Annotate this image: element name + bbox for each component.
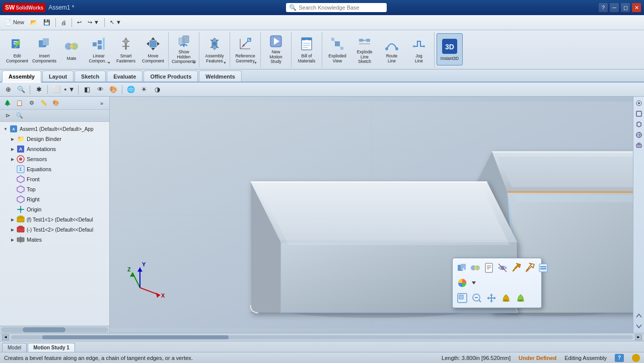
display-manager-button[interactable]: 🎨	[50, 98, 61, 108]
tab-layout[interactable]: Layout	[42, 70, 74, 82]
undo-button[interactable]: ↩	[75, 17, 84, 28]
tree-item-sensors[interactable]: ▶ Sensors	[0, 154, 109, 164]
tree-item-mates[interactable]: ▶ Mates	[0, 235, 109, 245]
assembly-features-button[interactable]: AssemblyFeatures ▼	[201, 33, 228, 65]
mate-button[interactable]: Mate	[58, 33, 85, 65]
zoom-in-button[interactable]: 🔍	[15, 84, 27, 95]
tab-office-products[interactable]: Office Products	[144, 70, 198, 82]
tree-item-origin[interactable]: Origin	[0, 204, 109, 214]
ctx-zoom-component[interactable]	[456, 292, 469, 305]
sidebar-top-btn-5[interactable]	[634, 141, 643, 150]
tab-sketch[interactable]: Sketch	[75, 70, 106, 82]
scrollbar-thumb[interactable]	[23, 327, 65, 332]
sidebar-bottom-btn-2[interactable]	[634, 322, 643, 331]
tree-item-right[interactable]: Right	[0, 194, 109, 204]
3d-viewport[interactable]: Z Y X +	[110, 97, 633, 333]
bottom-tab-motion-study-1[interactable]: Motion Study 1	[28, 343, 75, 352]
ctx-mate[interactable]	[469, 261, 481, 274]
new-motion-study-button[interactable]: NewMotion Study	[263, 33, 289, 65]
help-context-button[interactable]: ?	[615, 354, 624, 362]
jog-line-button[interactable]: JogLine	[406, 33, 432, 65]
sw-logo-button[interactable]: SW SolidWorks	[3, 3, 45, 12]
exploded-view-button[interactable]: ExplodedView	[324, 33, 350, 65]
sidebar-top-btn-1[interactable]	[634, 99, 643, 108]
reference-geometry-button[interactable]: ReferenceGeometry ▼	[232, 33, 258, 65]
save-button[interactable]: 💾	[41, 17, 53, 28]
ctx-hide[interactable]	[496, 261, 509, 274]
route-line-button[interactable]: RouteLine	[379, 33, 405, 65]
scroll-right-button[interactable]: ►	[635, 334, 642, 340]
tree-root[interactable]: ▼ A Assem1 (Default<<Default>_App	[0, 124, 109, 134]
print-button[interactable]: 🖨	[58, 17, 69, 28]
panel-scrollbar[interactable]	[0, 326, 109, 333]
ctx-appearance1[interactable]	[499, 292, 513, 305]
help-button[interactable]: ?	[599, 3, 608, 12]
sidebar-top-btn-4[interactable]	[634, 130, 643, 139]
collapse-panel-button[interactable]: »	[96, 98, 107, 108]
ctx-properties[interactable]	[483, 261, 495, 274]
tree-item-front[interactable]: Front	[0, 174, 109, 184]
edit-component-button[interactable]: EditComponent	[4, 33, 30, 65]
appearance-button[interactable]: 🎨	[107, 84, 119, 95]
insert-components-button[interactable]: InsertComponents	[31, 33, 57, 65]
property-manager-button[interactable]: 📋	[14, 98, 25, 108]
ctx-more[interactable]	[537, 261, 549, 274]
open-button[interactable]: 📂	[28, 17, 40, 28]
new-button[interactable]: 📄 New	[2, 17, 27, 28]
ctx-move[interactable]	[485, 292, 498, 305]
view-orientation-button[interactable]: ⬜	[50, 84, 62, 95]
instant3d-button[interactable]: 3D Instant3D	[437, 33, 463, 65]
ctx-appearance2[interactable]	[514, 292, 527, 305]
tree-item-annotations[interactable]: ▶ A Annotations	[0, 144, 109, 154]
display-style-button[interactable]: ▪ ▼	[63, 84, 76, 95]
sidebar-top-btn-2[interactable]	[634, 109, 643, 118]
scrollbar-thumb[interactable]	[42, 335, 229, 339]
sidebar-bottom-btn-1[interactable]	[634, 311, 643, 320]
ctx-colorize[interactable]	[456, 276, 469, 289]
search-bar[interactable]: 🔍	[286, 3, 387, 12]
configuration-manager-button[interactable]: ⚙	[26, 98, 37, 108]
show-hidden-button[interactable]: ShowHiddenComponents ▼	[171, 33, 197, 65]
ctx-float[interactable]	[524, 261, 536, 274]
minimize-button[interactable]: ─	[610, 3, 619, 12]
select-filter-button[interactable]: ✱	[33, 84, 45, 95]
scene-button[interactable]: 🌐	[125, 84, 137, 95]
realview-button[interactable]: ☀	[138, 84, 150, 95]
scroll-left-button[interactable]: ◄	[2, 334, 9, 340]
sidebar-top-btn-3[interactable]	[634, 120, 643, 129]
feature-manager-button[interactable]: 🌲	[2, 98, 13, 108]
bottom-tab-model[interactable]: Model	[2, 343, 27, 352]
explode-line-sketch-button[interactable]: ExplodeLineSketch	[351, 33, 378, 65]
tab-assembly[interactable]: Assembly	[2, 70, 41, 83]
tree-item-equations[interactable]: Σ Equations	[0, 164, 109, 174]
shadows-button[interactable]: ◑	[151, 84, 163, 95]
hide-show-button[interactable]: 👁	[94, 84, 106, 95]
move-component-button[interactable]: MoveComponent	[140, 33, 166, 65]
search-input[interactable]	[299, 5, 379, 11]
dimxpert-button[interactable]: 📏	[38, 98, 49, 108]
tab-weldments[interactable]: Weldments	[199, 70, 241, 82]
ctx-add-component[interactable]: +	[456, 261, 468, 274]
bill-of-materials-button[interactable]: Bill ofMaterials	[294, 33, 320, 65]
redo-button[interactable]: ↪ ▼	[85, 17, 102, 28]
smart-fasteners-button[interactable]: SmartFasteners	[113, 33, 139, 65]
ctx-zoom-out[interactable]	[470, 292, 483, 305]
svg-rect-10	[98, 40, 102, 44]
filter-button[interactable]: ⊳	[2, 111, 13, 121]
tab-evaluate[interactable]: Evaluate	[107, 70, 142, 82]
search-button[interactable]: 🔍	[14, 111, 25, 121]
ctx-color-dropdown[interactable]	[470, 276, 477, 289]
tree-item-design-binder[interactable]: ▶ 📁 Design Binder	[0, 134, 109, 144]
select-button[interactable]: ↖ ▼	[107, 17, 124, 28]
tree-item-top[interactable]: Top	[0, 184, 109, 194]
zoom-to-fit-button[interactable]: ⊕	[2, 84, 14, 95]
tree-item-test1-2[interactable]: ▶ (-) Test1<2> (Default<<Defaul	[0, 225, 109, 235]
svg-rect-29	[359, 39, 363, 42]
section-view-button[interactable]: ◧	[81, 84, 93, 95]
close-button[interactable]: ✕	[632, 3, 641, 12]
tree-item-test1-1[interactable]: ▶ (f) Test1<1> (Default<<Defaul	[0, 214, 109, 225]
ctx-fix[interactable]	[510, 261, 522, 274]
restore-button[interactable]: ◻	[621, 3, 630, 12]
horizontal-scrollbar[interactable]: ◄ ►	[0, 333, 644, 341]
linear-component-button[interactable]: LinearCompon... ▼	[86, 33, 112, 65]
